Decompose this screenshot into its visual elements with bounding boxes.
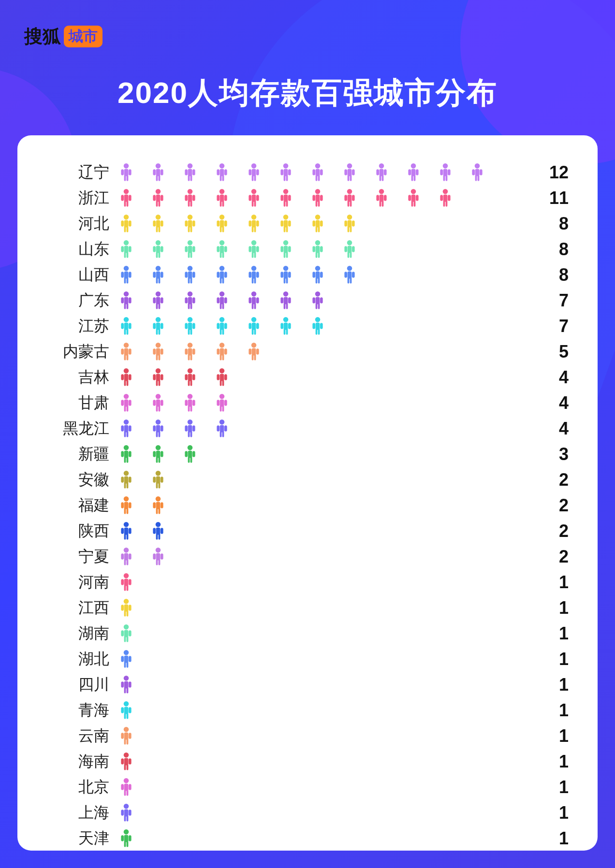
svg-rect-244 [156, 277, 158, 284]
svg-rect-280 [348, 277, 350, 284]
svg-point-120 [379, 189, 384, 194]
person-icon [278, 188, 293, 208]
row-label: 云南 [46, 725, 119, 747]
svg-rect-485 [190, 457, 192, 463]
svg-rect-107 [286, 201, 288, 207]
svg-point-210 [251, 240, 257, 246]
svg-rect-118 [348, 201, 350, 207]
svg-rect-122 [376, 195, 379, 201]
svg-rect-52 [380, 175, 381, 181]
svg-rect-581 [127, 764, 129, 770]
svg-rect-431 [159, 405, 161, 412]
svg-point-498 [124, 496, 129, 502]
svg-rect-225 [320, 246, 323, 252]
svg-rect-183 [352, 220, 355, 227]
svg-rect-94 [220, 201, 222, 207]
svg-rect-155 [190, 226, 192, 232]
person-icon [183, 188, 197, 208]
svg-rect-375 [161, 348, 163, 355]
svg-rect-146 [153, 220, 156, 227]
brand-logo: 搜狐 城市 [24, 24, 102, 49]
svg-rect-598 [124, 841, 126, 847]
svg-rect-424 [124, 405, 126, 412]
svg-point-384 [220, 343, 225, 348]
svg-rect-412 [188, 380, 190, 386]
svg-rect-389 [222, 354, 224, 361]
person-icon [151, 342, 165, 362]
svg-rect-371 [127, 354, 129, 361]
svg-point-462 [220, 420, 225, 425]
svg-rect-248 [185, 272, 188, 278]
svg-rect-47 [350, 175, 352, 181]
svg-rect-320 [312, 297, 315, 304]
svg-rect-237 [129, 272, 132, 278]
svg-rect-38 [312, 169, 315, 175]
svg-point-450 [156, 420, 161, 425]
row-value: 4 [535, 419, 569, 439]
svg-rect-497 [159, 482, 161, 489]
row-value: 8 [535, 265, 569, 285]
svg-rect-599 [127, 841, 129, 847]
svg-rect-304 [220, 303, 222, 309]
person-icon [119, 445, 133, 464]
svg-rect-112 [316, 201, 318, 207]
svg-rect-442 [220, 405, 222, 412]
svg-rect-353 [254, 329, 256, 335]
svg-point-138 [124, 215, 129, 220]
svg-rect-302 [217, 297, 220, 304]
svg-rect-578 [121, 758, 124, 765]
chart-row: 湖南1 [46, 621, 569, 646]
svg-rect-40 [316, 175, 318, 181]
svg-rect-482 [185, 451, 188, 457]
svg-point-24 [251, 163, 257, 169]
person-icon [183, 419, 197, 438]
svg-rect-172 [284, 226, 286, 232]
svg-rect-362 [312, 323, 315, 329]
svg-rect-76 [124, 201, 126, 207]
svg-rect-586 [124, 790, 126, 796]
row-value: 8 [535, 239, 569, 260]
row-icons [119, 214, 535, 233]
person-icon [215, 291, 229, 310]
chart-row: 黑龙江4 [46, 416, 569, 441]
svg-rect-447 [129, 425, 132, 432]
svg-rect-476 [153, 451, 156, 457]
svg-rect-26 [249, 169, 251, 175]
svg-rect-256 [220, 277, 222, 284]
svg-rect-404 [153, 374, 156, 380]
svg-rect-434 [185, 400, 188, 406]
svg-rect-335 [159, 329, 161, 335]
svg-rect-158 [217, 220, 220, 227]
row-value: 1 [535, 598, 569, 618]
svg-rect-524 [121, 553, 124, 560]
svg-rect-220 [284, 252, 286, 258]
svg-rect-326 [121, 323, 124, 329]
svg-rect-551 [127, 636, 129, 642]
row-label: 黑龙江 [46, 418, 119, 439]
svg-rect-59 [414, 175, 416, 181]
row-label: 河北 [46, 213, 119, 234]
row-label: 宁夏 [46, 546, 119, 567]
svg-rect-263 [254, 277, 256, 284]
svg-point-90 [220, 189, 225, 194]
row-value: 1 [535, 828, 569, 849]
row-value: 2 [535, 470, 569, 490]
svg-point-0 [124, 163, 129, 169]
svg-point-222 [315, 240, 321, 246]
svg-rect-405 [161, 374, 163, 380]
svg-rect-496 [156, 482, 158, 489]
svg-point-288 [156, 291, 161, 297]
svg-rect-2 [121, 169, 124, 175]
person-icon [151, 163, 165, 182]
svg-rect-509 [159, 508, 161, 514]
svg-rect-557 [127, 662, 129, 668]
chart-row: 河北8 [46, 211, 569, 236]
svg-point-96 [251, 189, 257, 194]
svg-rect-508 [156, 508, 158, 514]
svg-point-54 [411, 163, 416, 169]
svg-rect-82 [156, 201, 158, 207]
svg-rect-398 [121, 374, 124, 380]
svg-rect-587 [127, 790, 129, 796]
row-value: 1 [535, 752, 569, 772]
person-icon [247, 163, 261, 182]
